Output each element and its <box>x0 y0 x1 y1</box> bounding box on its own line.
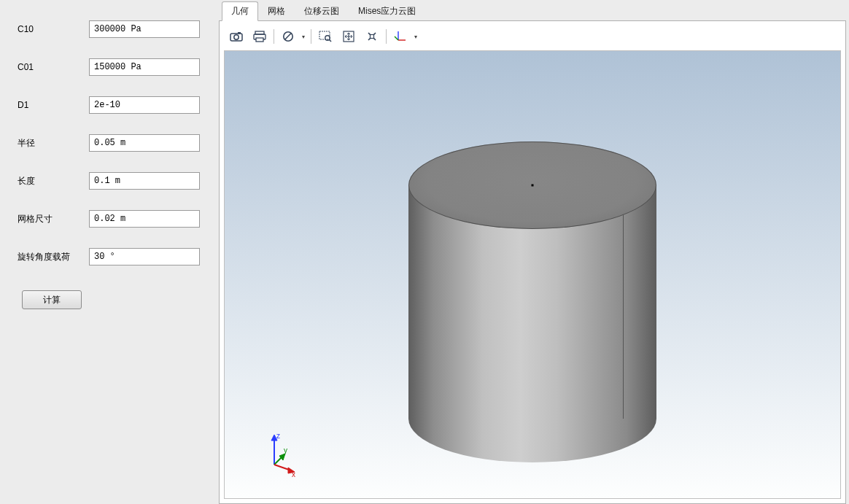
field-length: 长度 <box>18 172 204 190</box>
field-d1: D1 <box>18 96 204 114</box>
viewer-panel: ▾ ▾ <box>219 20 846 504</box>
print-icon[interactable] <box>250 28 269 45</box>
svg-point-1 <box>234 35 239 39</box>
chevron-down-icon[interactable]: ▾ <box>301 34 306 40</box>
field-c01: C01 <box>18 58 204 76</box>
svg-rect-2 <box>238 32 241 34</box>
cylinder-bottom-face <box>408 375 656 462</box>
parameter-sidebar: C10 C01 D1 半径 长度 网格尺寸 旋转角度载荷 计算 <box>0 0 219 504</box>
field-c10: C10 <box>18 20 204 38</box>
axis-y-label: y <box>284 446 287 454</box>
svg-line-10 <box>329 39 331 42</box>
tab-geometry[interactable]: 几何 <box>222 1 258 21</box>
svg-rect-12 <box>371 35 374 39</box>
svg-line-7 <box>285 34 291 39</box>
cylinder-seam <box>623 185 624 419</box>
cylinder-side <box>408 185 656 419</box>
toolbar-separator <box>386 29 387 44</box>
axes-icon[interactable] <box>391 28 410 45</box>
svg-line-15 <box>395 36 398 40</box>
label-c10: C10 <box>18 24 89 34</box>
input-c10[interactable] <box>89 20 200 38</box>
axis-z-label: z <box>276 432 280 440</box>
reset-view-icon[interactable] <box>363 28 381 45</box>
calculate-button[interactable]: 计算 <box>22 290 82 309</box>
result-tabs: 几何 网格 位移云图 Mises应力云图 <box>222 1 846 21</box>
cancel-icon[interactable] <box>279 28 298 45</box>
input-rotation-load[interactable] <box>89 248 200 265</box>
main-area: 几何 网格 位移云图 Mises应力云图 ▾ <box>219 0 849 504</box>
zoom-select-icon[interactable] <box>316 28 335 45</box>
label-c01: C01 <box>18 62 89 72</box>
fit-view-icon[interactable] <box>339 28 358 45</box>
tab-displacement[interactable]: 位移云图 <box>295 1 349 21</box>
geometry-canvas[interactable]: z y x <box>224 50 841 499</box>
field-radius: 半径 <box>18 134 204 152</box>
input-length[interactable] <box>89 172 200 190</box>
input-d1[interactable] <box>89 96 200 114</box>
input-radius[interactable] <box>89 134 200 152</box>
input-mesh-size[interactable] <box>89 210 200 228</box>
tab-mesh[interactable]: 网格 <box>258 1 295 21</box>
axis-gizmo[interactable]: z y x <box>265 432 309 478</box>
tab-mises[interactable]: Mises应力云图 <box>349 1 425 21</box>
camera-icon[interactable] <box>227 28 246 45</box>
cylinder-center-dot <box>532 184 534 186</box>
label-length: 长度 <box>18 175 89 187</box>
svg-rect-5 <box>256 38 263 42</box>
chevron-down-icon[interactable]: ▾ <box>413 34 419 40</box>
axis-x-label: x <box>292 470 295 478</box>
label-radius: 半径 <box>18 137 89 150</box>
toolbar-separator <box>311 29 311 44</box>
calc-row: 计算 <box>18 286 204 309</box>
field-rotation-load: 旋转角度载荷 <box>18 248 204 265</box>
cylinder-geometry <box>408 185 656 419</box>
input-c01[interactable] <box>89 58 200 76</box>
label-rotation-load: 旋转角度载荷 <box>18 251 89 263</box>
cylinder-top-face <box>408 141 656 229</box>
viewer-toolbar: ▾ ▾ <box>224 26 841 47</box>
label-mesh-size: 网格尺寸 <box>18 213 89 225</box>
label-d1: D1 <box>18 100 89 110</box>
toolbar-separator <box>274 29 274 44</box>
field-mesh-size: 网格尺寸 <box>18 210 204 228</box>
